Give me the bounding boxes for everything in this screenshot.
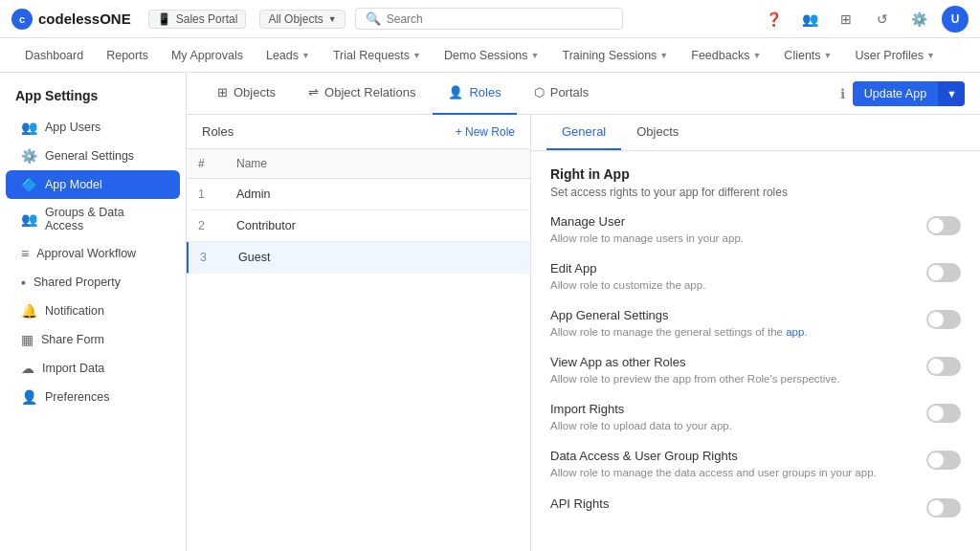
logo: c codelessONE [11, 9, 131, 30]
toggle-view-app-as-roles[interactable] [926, 357, 961, 376]
perm-text-edit-app: Edit App Allow role to customize the app… [550, 261, 926, 293]
sidebar-item-app-model[interactable]: 🔷 App Model [6, 170, 180, 199]
toggle-import-rights[interactable] [926, 404, 961, 423]
perm-desc-data-access: Allow role to manage the data access and… [550, 465, 911, 480]
nav-dashboard[interactable]: Dashboard [15, 38, 93, 73]
table-row[interactable]: 2 Contributor [187, 210, 530, 242]
leads-arrow-icon: ▼ [301, 51, 310, 60]
share-form-icon: ▦ [21, 332, 33, 347]
role-detail-tabs: General Objects [531, 115, 980, 151]
sidebar-item-groups-data-access[interactable]: 👥 Groups & Data Access [6, 199, 180, 239]
roles-header: Roles + New Role [187, 115, 530, 149]
roles-tab-icon: 👤 [448, 85, 463, 99]
sidebar-label-approval: Approval Workflow [36, 247, 136, 260]
apps-icon[interactable]: ⊞ [833, 6, 859, 33]
nav-reports[interactable]: Reports [97, 38, 158, 73]
tab-objects[interactable]: ⊞ Objects [202, 73, 291, 115]
nav-feedbacks[interactable]: Feedbacks ▼ [681, 38, 770, 73]
perm-desc-edit-app: Allow role to customize the app. [550, 277, 911, 293]
update-app-button[interactable]: Update App [853, 81, 938, 106]
permission-manage-user: Manage User Allow role to manage users i… [550, 214, 961, 246]
nav-my-approvals[interactable]: My Approvals [162, 38, 253, 73]
toggle-data-access[interactable] [926, 451, 961, 470]
groups-icon: 👥 [21, 211, 37, 227]
roles-container: Roles + New Role # Name 1 Admin 2 Contri… [187, 115, 980, 551]
tab-roles[interactable]: 👤 Roles [433, 73, 516, 115]
nav-leads[interactable]: Leads ▼ [256, 38, 320, 73]
portals-tab-label: Portals [550, 85, 589, 99]
table-row[interactable]: 1 Admin [187, 179, 530, 210]
main-layout: App Settings 👥 App Users ⚙️ General Sett… [0, 73, 980, 551]
perm-desc-view-app: Allow role to preview the app from other… [550, 371, 911, 386]
sidebar-label-import-data: Import Data [42, 362, 104, 375]
relations-tab-label: Object Relations [324, 85, 415, 99]
new-role-button[interactable]: + New Role [456, 125, 515, 139]
clients-arrow-icon: ▼ [824, 51, 833, 60]
tabs: ⊞ Objects ⇌ Object Relations 👤 Roles ⬡ P… [202, 73, 840, 115]
perm-name-view-app: View App as other Roles [550, 355, 911, 369]
logo-text: codelessONE [38, 11, 131, 27]
perm-text-import-rights: Import Rights Allow role to upload data … [550, 402, 926, 433]
role-name-contributor: Contributor [225, 210, 530, 241]
object-type-dropdown[interactable]: All Objects ▼ [259, 10, 345, 29]
perm-name-api-rights: API Rights [550, 496, 911, 511]
app-link[interactable]: app [786, 326, 804, 338]
role-detail-content: Right in App Set access rights to your a… [531, 151, 980, 548]
toggle-edit-app[interactable] [926, 263, 961, 282]
toggle-api-rights[interactable] [926, 498, 961, 518]
trial-arrow-icon: ▼ [412, 51, 421, 60]
tab-bar-right: ℹ Update App ▼ [840, 81, 965, 106]
users-icon[interactable]: 👥 [796, 6, 823, 33]
sidebar-item-share-form[interactable]: ▦ Share Form [6, 325, 180, 354]
toggle-app-general-settings[interactable] [926, 310, 961, 329]
search-icon: 🔍 [366, 11, 381, 26]
roles-list: Roles + New Role # Name 1 Admin 2 Contri… [187, 115, 531, 551]
nav-trial-requests[interactable]: Trial Requests ▼ [323, 38, 431, 73]
sidebar-item-import-data[interactable]: ☁ Import Data [6, 354, 180, 383]
settings-icon[interactable]: ⚙️ [905, 6, 932, 33]
rights-section-title: Right in App [550, 166, 961, 182]
nav-demo-sessions[interactable]: Demo Sessions ▼ [434, 38, 548, 73]
topbar-right: ❓ 👥 ⊞ ↺ ⚙️ U [760, 6, 969, 33]
info-icon[interactable]: ℹ [840, 86, 845, 101]
sidebar-item-preferences[interactable]: 👤 Preferences [6, 383, 180, 411]
sidebar-item-general-settings[interactable]: ⚙️ General Settings [6, 142, 180, 170]
perm-desc-general-settings: Allow role to manage the general setting… [550, 324, 911, 340]
nav-user-profiles[interactable]: User Profiles ▼ [846, 38, 945, 73]
table-row[interactable]: 3 Guest [187, 242, 530, 274]
sidebar-item-approval-workflow[interactable]: ≡ Approval Workflow [6, 239, 180, 268]
sidebar-label-share-form: Share Form [41, 333, 104, 346]
app-badge[interactable]: 📱 Sales Portal [148, 10, 247, 29]
sidebar-item-shared-property[interactable]: ▪ Shared Property [6, 268, 180, 297]
sidebar-item-notification[interactable]: 🔔 Notification [6, 297, 180, 325]
toggle-manage-user[interactable] [926, 216, 961, 235]
sidebar-label-notification: Notification [45, 304, 104, 318]
tab-portals[interactable]: ⬡ Portals [519, 73, 604, 115]
permission-edit-app: Edit App Allow role to customize the app… [550, 261, 961, 293]
help-icon[interactable]: ❓ [760, 6, 787, 33]
relations-tab-icon: ⇌ [308, 85, 319, 99]
permission-import-rights: Import Rights Allow role to upload data … [550, 402, 961, 433]
topbar: c codelessONE 📱 Sales Portal All Objects… [0, 0, 980, 38]
perm-text-view-app: View App as other Roles Allow role to pr… [550, 355, 926, 386]
sidebar-title: App Settings [0, 82, 186, 113]
sidebar-item-app-users[interactable]: 👥 App Users [6, 113, 180, 142]
perm-name-import-rights: Import Rights [550, 402, 911, 416]
search-input[interactable] [387, 12, 612, 26]
objects-tab-icon: ⊞ [217, 85, 228, 99]
rights-section-desc: Set access rights to your app for differ… [550, 186, 961, 199]
nav-training-sessions[interactable]: Training Sessions ▼ [552, 38, 678, 73]
tab-object-relations[interactable]: ⇌ Object Relations [293, 73, 431, 115]
detail-tab-general[interactable]: General [546, 115, 621, 150]
search-bar[interactable]: 🔍 [355, 8, 623, 30]
sidebar: App Settings 👥 App Users ⚙️ General Sett… [0, 73, 187, 551]
profiles-arrow-icon: ▼ [926, 51, 935, 60]
update-app-dropdown-button[interactable]: ▼ [938, 81, 965, 106]
history-icon[interactable]: ↺ [869, 6, 896, 33]
detail-tab-objects[interactable]: Objects [621, 115, 694, 150]
role-num-1: 1 [187, 179, 225, 209]
user-avatar[interactable]: U [942, 6, 969, 33]
nav-clients[interactable]: Clients ▼ [774, 38, 841, 73]
perm-text-data-access: Data Access & User Group Rights Allow ro… [550, 449, 926, 480]
objects-tab-label: Objects [234, 85, 276, 99]
